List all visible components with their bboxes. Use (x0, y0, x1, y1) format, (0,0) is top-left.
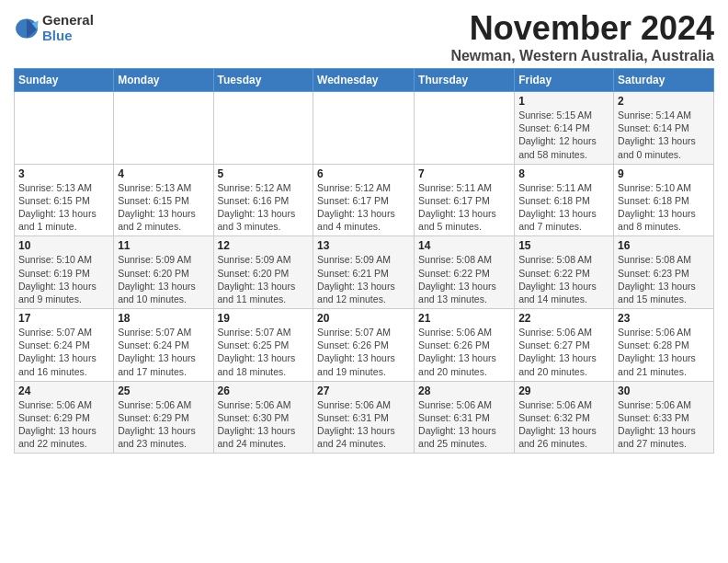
calendar-cell: 2Sunrise: 5:14 AM Sunset: 6:14 PM Daylig… (614, 92, 714, 165)
day-info: Sunrise: 5:08 AM Sunset: 6:22 PM Dayligh… (518, 253, 609, 305)
calendar-cell: 15Sunrise: 5:08 AM Sunset: 6:22 PM Dayli… (515, 236, 614, 309)
weekday-header-saturday: Saturday (614, 69, 714, 92)
weekday-header-thursday: Thursday (415, 69, 515, 92)
day-info: Sunrise: 5:06 AM Sunset: 6:30 PM Dayligh… (218, 398, 310, 451)
page-header: General Blue November 2024 Newman, Weste… (14, 9, 714, 64)
day-number: 26 (218, 385, 310, 397)
day-number: 21 (418, 312, 510, 325)
day-info: Sunrise: 5:07 AM Sunset: 6:25 PM Dayligh… (218, 326, 310, 378)
title-area: November 2024 Newman, Western Australia,… (450, 9, 714, 64)
weekday-header-friday: Friday (515, 69, 614, 92)
calendar-cell: 8Sunrise: 5:11 AM Sunset: 6:18 PM Daylig… (515, 164, 614, 236)
day-number: 7 (418, 167, 510, 180)
calendar-week-row: 24Sunrise: 5:06 AM Sunset: 6:29 PM Dayli… (15, 381, 714, 454)
calendar-cell: 13Sunrise: 5:09 AM Sunset: 6:21 PM Dayli… (313, 236, 415, 309)
day-number: 8 (518, 167, 609, 180)
logo: General Blue (14, 13, 94, 43)
calendar-week-row: 1Sunrise: 5:15 AM Sunset: 6:14 PM Daylig… (15, 92, 714, 165)
calendar-cell: 29Sunrise: 5:06 AM Sunset: 6:32 PM Dayli… (515, 381, 614, 454)
calendar-cell (313, 92, 415, 165)
day-info: Sunrise: 5:07 AM Sunset: 6:24 PM Dayligh… (118, 326, 209, 378)
day-number: 6 (317, 167, 410, 180)
day-info: Sunrise: 5:06 AM Sunset: 6:31 PM Dayligh… (418, 398, 510, 451)
day-info: Sunrise: 5:15 AM Sunset: 6:14 PM Dayligh… (518, 109, 609, 161)
calendar-cell: 5Sunrise: 5:12 AM Sunset: 6:16 PM Daylig… (213, 164, 313, 236)
day-info: Sunrise: 5:10 AM Sunset: 6:19 PM Dayligh… (18, 253, 109, 305)
calendar-cell: 21Sunrise: 5:06 AM Sunset: 6:26 PM Dayli… (415, 309, 515, 382)
day-number: 11 (118, 239, 209, 252)
weekday-header-tuesday: Tuesday (213, 69, 313, 92)
calendar-cell: 19Sunrise: 5:07 AM Sunset: 6:25 PM Dayli… (213, 309, 313, 382)
calendar-cell: 17Sunrise: 5:07 AM Sunset: 6:24 PM Dayli… (15, 309, 114, 382)
calendar-cell: 18Sunrise: 5:07 AM Sunset: 6:24 PM Dayli… (114, 309, 213, 382)
calendar-cell: 10Sunrise: 5:10 AM Sunset: 6:19 PM Dayli… (15, 236, 114, 309)
day-number: 18 (118, 312, 209, 325)
day-number: 19 (218, 312, 310, 325)
logo-icon (14, 16, 40, 41)
calendar-cell (114, 92, 213, 165)
day-info: Sunrise: 5:09 AM Sunset: 6:21 PM Dayligh… (317, 253, 410, 305)
day-number: 29 (518, 385, 609, 397)
day-number: 24 (18, 385, 109, 397)
day-number: 25 (118, 385, 209, 397)
day-number: 23 (618, 312, 710, 325)
day-info: Sunrise: 5:07 AM Sunset: 6:24 PM Dayligh… (18, 326, 109, 378)
calendar-cell (213, 92, 313, 165)
day-number: 3 (18, 167, 109, 180)
calendar-week-row: 3Sunrise: 5:13 AM Sunset: 6:15 PM Daylig… (15, 164, 714, 236)
day-number: 4 (118, 167, 209, 180)
calendar-cell: 7Sunrise: 5:11 AM Sunset: 6:17 PM Daylig… (415, 164, 515, 236)
day-info: Sunrise: 5:13 AM Sunset: 6:15 PM Dayligh… (18, 181, 109, 234)
day-number: 9 (618, 167, 710, 180)
logo-blue-text: Blue (42, 29, 94, 44)
month-title: November 2024 (450, 9, 714, 48)
day-number: 2 (618, 95, 710, 108)
calendar-cell: 16Sunrise: 5:08 AM Sunset: 6:23 PM Dayli… (614, 236, 714, 309)
calendar-cell (15, 92, 114, 165)
day-info: Sunrise: 5:06 AM Sunset: 6:32 PM Dayligh… (518, 398, 609, 451)
calendar-week-row: 10Sunrise: 5:10 AM Sunset: 6:19 PM Dayli… (15, 236, 714, 309)
day-info: Sunrise: 5:06 AM Sunset: 6:28 PM Dayligh… (618, 326, 710, 378)
weekday-header-wednesday: Wednesday (313, 69, 415, 92)
calendar-cell: 27Sunrise: 5:06 AM Sunset: 6:31 PM Dayli… (313, 381, 415, 454)
calendar-cell: 3Sunrise: 5:13 AM Sunset: 6:15 PM Daylig… (15, 164, 114, 236)
day-number: 10 (18, 239, 109, 252)
day-number: 13 (317, 239, 410, 252)
calendar-cell: 11Sunrise: 5:09 AM Sunset: 6:20 PM Dayli… (114, 236, 213, 309)
calendar-week-row: 17Sunrise: 5:07 AM Sunset: 6:24 PM Dayli… (15, 309, 714, 382)
calendar-cell: 20Sunrise: 5:07 AM Sunset: 6:26 PM Dayli… (313, 309, 415, 382)
day-number: 15 (518, 239, 609, 252)
day-info: Sunrise: 5:08 AM Sunset: 6:23 PM Dayligh… (618, 253, 710, 305)
day-number: 20 (317, 312, 410, 325)
calendar-cell: 1Sunrise: 5:15 AM Sunset: 6:14 PM Daylig… (515, 92, 614, 165)
logo-text: General Blue (42, 13, 94, 43)
day-info: Sunrise: 5:09 AM Sunset: 6:20 PM Dayligh… (118, 253, 209, 305)
calendar-cell: 24Sunrise: 5:06 AM Sunset: 6:29 PM Dayli… (15, 381, 114, 454)
day-info: Sunrise: 5:09 AM Sunset: 6:20 PM Dayligh… (218, 253, 310, 305)
day-number: 16 (618, 239, 710, 252)
day-number: 27 (317, 385, 410, 397)
calendar-cell: 25Sunrise: 5:06 AM Sunset: 6:29 PM Dayli… (114, 381, 213, 454)
day-info: Sunrise: 5:12 AM Sunset: 6:17 PM Dayligh… (317, 181, 410, 234)
calendar-cell: 12Sunrise: 5:09 AM Sunset: 6:20 PM Dayli… (213, 236, 313, 309)
calendar-cell: 28Sunrise: 5:06 AM Sunset: 6:31 PM Dayli… (415, 381, 515, 454)
weekday-header-sunday: Sunday (15, 69, 114, 92)
day-number: 1 (518, 95, 609, 108)
day-info: Sunrise: 5:14 AM Sunset: 6:14 PM Dayligh… (618, 109, 710, 161)
day-info: Sunrise: 5:06 AM Sunset: 6:33 PM Dayligh… (618, 398, 710, 451)
day-info: Sunrise: 5:12 AM Sunset: 6:16 PM Dayligh… (218, 181, 310, 234)
calendar-table: SundayMondayTuesdayWednesdayThursdayFrid… (14, 68, 714, 454)
day-info: Sunrise: 5:13 AM Sunset: 6:15 PM Dayligh… (118, 181, 209, 234)
calendar-header-row: SundayMondayTuesdayWednesdayThursdayFrid… (15, 69, 714, 92)
calendar-cell: 4Sunrise: 5:13 AM Sunset: 6:15 PM Daylig… (114, 164, 213, 236)
calendar-cell: 26Sunrise: 5:06 AM Sunset: 6:30 PM Dayli… (213, 381, 313, 454)
calendar-cell: 6Sunrise: 5:12 AM Sunset: 6:17 PM Daylig… (313, 164, 415, 236)
calendar-cell: 9Sunrise: 5:10 AM Sunset: 6:18 PM Daylig… (614, 164, 714, 236)
calendar-cell: 23Sunrise: 5:06 AM Sunset: 6:28 PM Dayli… (614, 309, 714, 382)
location-title: Newman, Western Australia, Australia (450, 48, 714, 64)
day-number: 17 (18, 312, 109, 325)
day-info: Sunrise: 5:08 AM Sunset: 6:22 PM Dayligh… (418, 253, 510, 305)
logo-general-text: General (42, 13, 94, 29)
day-info: Sunrise: 5:11 AM Sunset: 6:18 PM Dayligh… (518, 181, 609, 234)
calendar-cell: 22Sunrise: 5:06 AM Sunset: 6:27 PM Dayli… (515, 309, 614, 382)
